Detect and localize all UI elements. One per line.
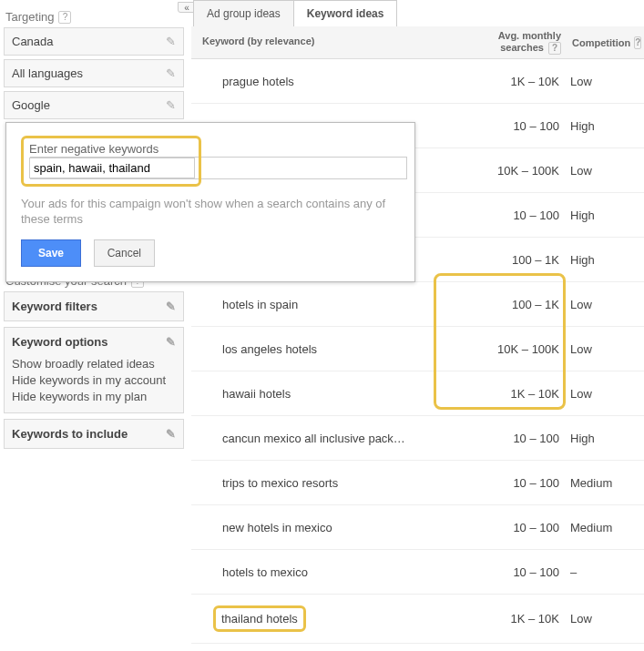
col-keyword[interactable]: Keyword (by relevance) xyxy=(191,26,480,58)
help-icon[interactable]: ? xyxy=(634,36,641,49)
cell-competition: High xyxy=(567,209,644,222)
targeting-network[interactable]: Google ✎ xyxy=(4,91,184,119)
keywords-to-include[interactable]: Keywords to include ✎ xyxy=(4,419,184,449)
cell-avg: 10K – 100K xyxy=(480,342,567,356)
targeting-location-label: Canada xyxy=(12,35,54,48)
pencil-icon: ✎ xyxy=(166,98,176,112)
table-row[interactable]: thailand hotels1K – 10KLow xyxy=(191,595,644,644)
cell-avg: 10 – 100 xyxy=(480,565,567,579)
table-row[interactable]: prague hotels1K – 10KLow xyxy=(191,59,644,104)
table-row[interactable]: hotels in spain100 – 1KLow xyxy=(191,282,644,327)
pencil-icon: ✎ xyxy=(166,335,176,349)
targeting-label: Targeting xyxy=(5,10,54,24)
keyword-filters[interactable]: Keyword filters ✎ xyxy=(4,291,184,321)
negative-keywords-desc: Your ads for this campaign won't show wh… xyxy=(21,196,400,227)
cell-competition: Low xyxy=(567,164,644,178)
keyword-filters-label: Keyword filters xyxy=(12,300,97,313)
targeting-title: Targeting ? xyxy=(5,10,184,24)
cancel-button[interactable]: Cancel xyxy=(94,239,155,267)
kw-option-line: Show broadly related ideas xyxy=(12,356,176,372)
kw-option-line: Hide keywords in my account xyxy=(12,372,176,389)
cell-keyword: new hotels in mexico xyxy=(191,510,480,545)
cell-keyword: trips to mexico resorts xyxy=(191,465,480,501)
cell-avg: 10 – 100 xyxy=(480,209,567,222)
cell-keyword: hawaii hotels xyxy=(191,376,480,412)
cell-keyword: prague hotels xyxy=(191,64,480,99)
col-comp-label: Competition xyxy=(572,37,630,48)
cell-avg: 10 – 100 xyxy=(480,432,567,445)
cell-keyword: thailand hotels xyxy=(191,595,480,643)
cell-competition: High xyxy=(567,119,644,133)
cell-avg: 100 – 1K xyxy=(480,253,567,267)
help-icon[interactable]: ? xyxy=(548,42,561,55)
cell-avg: 10 – 100 xyxy=(480,119,567,133)
cell-keyword: hotels to mexico xyxy=(191,554,480,590)
cell-competition: Low xyxy=(567,387,644,401)
cell-competition: Medium xyxy=(567,476,644,490)
pencil-icon: ✎ xyxy=(166,300,176,313)
cell-keyword: cancun mexico all inclusive pack… xyxy=(191,421,480,456)
pencil-icon: ✎ xyxy=(166,35,176,48)
kw-option-line: Hide keywords in my plan xyxy=(12,389,176,405)
pencil-icon: ✎ xyxy=(166,427,176,441)
pencil-icon: ✎ xyxy=(166,66,176,80)
cell-competition: Low xyxy=(567,298,644,311)
cell-keyword: hotels in spain xyxy=(191,287,480,322)
negative-keywords-label: Enter negative keywords xyxy=(29,142,193,156)
targeting-language-label: All languages xyxy=(12,66,83,80)
cell-competition: Low xyxy=(567,342,644,356)
table-row[interactable]: cancun mexico all inclusive pack…10 – 10… xyxy=(191,416,644,461)
col-avg-searches[interactable]: Avg. monthly searches ? xyxy=(480,26,567,58)
cell-competition: High xyxy=(567,432,644,445)
cell-competition: Low xyxy=(567,612,644,626)
cell-avg: 10 – 100 xyxy=(480,521,567,534)
cell-avg: 1K – 10K xyxy=(480,387,567,401)
cell-avg: 1K – 10K xyxy=(480,612,567,626)
keyword-options[interactable]: Keyword options ✎ Show broadly related i… xyxy=(4,327,184,413)
tab-ad-group-ideas[interactable]: Ad group ideas xyxy=(193,0,294,26)
cell-avg: 10 – 100 xyxy=(480,476,567,490)
cell-avg: 100 – 1K xyxy=(480,298,567,311)
table-row[interactable]: hawaii hotels1K – 10KLow xyxy=(191,371,644,416)
negative-keywords-highlight: Enter negative keywords xyxy=(21,136,201,187)
table-row[interactable]: los angeles hotels10K – 100KLow xyxy=(191,327,644,371)
cell-keyword: los angeles hotels xyxy=(191,331,480,367)
targeting-location[interactable]: Canada ✎ xyxy=(4,27,184,56)
cell-competition: High xyxy=(567,253,644,267)
cell-competition: – xyxy=(567,565,644,579)
keyword-options-label: Keyword options xyxy=(12,335,107,349)
col-competition[interactable]: Competition ? xyxy=(567,26,644,58)
targeting-network-label: Google xyxy=(12,98,50,112)
targeting-language[interactable]: All languages ✎ xyxy=(4,59,184,87)
cell-competition: Low xyxy=(567,75,644,88)
save-button[interactable]: Save xyxy=(21,239,81,267)
cell-competition: Medium xyxy=(567,521,644,534)
table-row[interactable]: trips to mexico resorts10 – 100Medium xyxy=(191,461,644,505)
table-row[interactable]: hotels to mexico10 – 100– xyxy=(191,550,644,595)
table-row[interactable]: new hotels in mexico10 – 100Medium xyxy=(191,505,644,550)
cell-avg: 1K – 10K xyxy=(480,75,567,88)
table-header: Keyword (by relevance) Avg. monthly sear… xyxy=(191,26,644,59)
keywords-to-include-label: Keywords to include xyxy=(12,427,128,441)
help-icon[interactable]: ? xyxy=(58,11,71,24)
negative-keywords-popup: Enter negative keywords Your ads for thi… xyxy=(5,122,415,282)
cell-avg: 10K – 100K xyxy=(480,164,567,178)
negative-keywords-input[interactable] xyxy=(29,158,195,178)
tab-keyword-ideas[interactable]: Keyword ideas xyxy=(293,0,398,26)
